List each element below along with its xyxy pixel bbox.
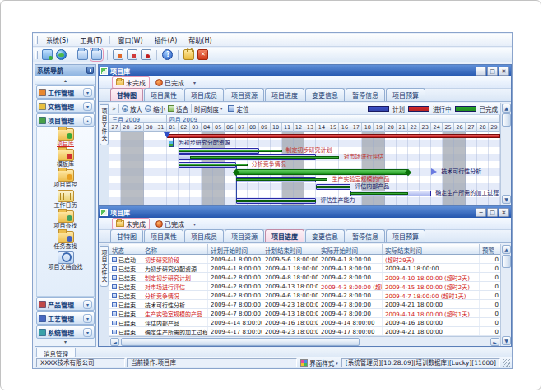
- scrollbar-thumb[interactable]: [121, 338, 360, 346]
- tab-甘特图[interactable]: 甘特图: [110, 88, 143, 101]
- sidebar-header[interactable]: 系统导航: [35, 65, 95, 76]
- menu-item-0[interactable]: 系统(S): [40, 34, 74, 46]
- group-toggle-icon[interactable]: ▾: [83, 300, 92, 309]
- scroll-left-icon[interactable]: ◄: [110, 338, 119, 346]
- gantt-task-bar[interactable]: [169, 141, 174, 147]
- column-header-名称[interactable]: 名称: [142, 244, 208, 254]
- tab-项目资源[interactable]: 项目资源: [225, 229, 264, 242]
- table-row[interactable]: 已结束对市场进行评估2009-4-2 8:00:002009-4-13 18:0…: [109, 282, 500, 291]
- sidebar-group-系统管理[interactable]: 系统管理▾: [36, 325, 95, 339]
- column-header-实际结束时间[interactable]: 实际结束时间: [383, 244, 480, 254]
- tab-项目成员[interactable]: 项目成员: [184, 229, 224, 242]
- sidebar-item-模板库[interactable]: 模板库: [37, 149, 94, 168]
- minimize-button[interactable]: ─: [476, 208, 486, 217]
- gantt-actual-bar[interactable]: [236, 200, 317, 202]
- report-new-icon[interactable]: [113, 49, 123, 60]
- sidebar-group-工作管理[interactable]: 工作管理▾: [36, 85, 95, 99]
- tab-项目属性[interactable]: 项目属性: [144, 229, 183, 242]
- table-row[interactable]: 已结束制定初步研究计划2009-4-2 8:00:002009-4-8 18:0…: [109, 273, 500, 282]
- sidebar-item-项目库[interactable]: 项目库: [37, 128, 94, 148]
- tab-暂停信息[interactable]: 暂停信息: [346, 88, 385, 101]
- menu-item-4[interactable]: 帮助(H): [183, 34, 217, 46]
- gantt-actual-bar[interactable]: [179, 150, 282, 152]
- scroll-up-icon[interactable]: ▲: [502, 104, 511, 113]
- gantt-vertical-scrollbar[interactable]: ▲ ▼: [500, 103, 511, 205]
- column-header-状态[interactable]: 状态: [109, 244, 142, 254]
- menu-item-3[interactable]: 插件(A): [149, 34, 183, 46]
- fit-button[interactable]: 适合: [168, 104, 188, 113]
- gantt-toolbar-chevron[interactable]: »: [112, 105, 116, 113]
- win-toolbar-overflow-button[interactable]: ▾: [193, 80, 196, 85]
- project-folder-side-tab[interactable]: 项目文件夹: [100, 246, 109, 287]
- column-header-预警[interactable]: 预警: [480, 244, 500, 254]
- report-delete-icon[interactable]: [141, 49, 151, 60]
- scroll-down-icon[interactable]: ▼: [502, 336, 511, 345]
- gantt-actual-bar[interactable]: [179, 164, 248, 166]
- lock-icon[interactable]: [183, 49, 194, 60]
- table-row[interactable]: 已结束生产实验室规模的产品2009-4-7 8:00:002009-4-13 1…: [109, 309, 500, 318]
- group-toggle-icon[interactable]: ▾: [83, 328, 92, 337]
- tab-暂停信息[interactable]: 暂停信息: [346, 229, 385, 242]
- sidebar-group-文档管理[interactable]: 文档管理▾: [36, 99, 95, 113]
- sidebar-item-工作日历[interactable]: 工作日历: [37, 190, 94, 210]
- pin-icon[interactable]: [86, 67, 94, 74]
- maximize-button[interactable]: □: [487, 208, 498, 217]
- timescale-button[interactable]: 时间刻度▾: [194, 104, 223, 113]
- scrollbar-thumb[interactable]: [502, 113, 511, 127]
- scroll-down-icon[interactable]: ▼: [502, 195, 511, 204]
- gantt-summary-bar[interactable]: [167, 134, 500, 138]
- tab-变更信息[interactable]: 变更信息: [305, 229, 345, 242]
- group-toggle-icon[interactable]: ▾: [83, 102, 92, 111]
- web-icon[interactable]: [56, 49, 67, 60]
- win-toolbar-overflow-button[interactable]: ▾: [193, 221, 196, 227]
- folder-open-icon[interactable]: [91, 49, 102, 60]
- table-row[interactable]: 已结束分析竞争情况2009-4-2 8:00:002009-4-6 18:00:…: [109, 291, 500, 300]
- column-header-计划结束时间[interactable]: 计划结束时间: [262, 244, 318, 254]
- zoom-in-button[interactable]: +放大: [122, 104, 142, 113]
- sidebar-item-项目查找[interactable]: 项目查找: [37, 210, 94, 230]
- tab-变更信息[interactable]: 变更信息: [305, 88, 345, 101]
- close-button[interactable]: ✕: [499, 208, 509, 217]
- unfinished-button[interactable]: 未完成: [112, 218, 150, 230]
- table-window-titlebar[interactable]: 项目库 ─ □ ✕: [99, 206, 511, 218]
- tab-项目属性[interactable]: 项目属性: [144, 88, 183, 101]
- group-toggle-icon[interactable]: ▴: [83, 116, 92, 125]
- sidebar-scroll-up-button[interactable]: ▴: [35, 76, 95, 85]
- sidebar-group-项目管理[interactable]: 项目管理▴: [36, 113, 95, 127]
- help-icon[interactable]: [162, 49, 173, 60]
- gantt-actual-bar[interactable]: [350, 192, 408, 195]
- tab-项目进度[interactable]: 项目进度: [265, 229, 304, 242]
- column-header-实际开始时间[interactable]: 实际开始时间: [318, 244, 383, 254]
- report-edit-icon[interactable]: [127, 49, 137, 60]
- sidebar-group-产品管理[interactable]: 产品管理▾: [36, 297, 95, 311]
- gantt-task-bar[interactable]: [236, 169, 409, 175]
- gantt-actual-bar[interactable]: [236, 178, 328, 181]
- table-row[interactable]: 已结束确定生产所需的加工过程2009-4-17 8:00:002009-4-23…: [109, 327, 500, 336]
- resize-grip[interactable]: [503, 359, 510, 367]
- column-header-计划开始时间[interactable]: 计划开始时间: [208, 244, 262, 254]
- tab-甘特图[interactable]: 甘特图: [110, 229, 143, 242]
- table-row[interactable]: 已结束技术可行性分析2009-4-7 8:00:002009-4-23 18:0…: [109, 300, 500, 309]
- maximize-button[interactable]: □: [487, 67, 498, 76]
- close-button[interactable]: ✕: [499, 67, 509, 76]
- interface-style-button[interactable]: 界面样式 ▾: [299, 358, 340, 367]
- table-row[interactable]: 已启动初步研究阶段2009-4-1 8:00:002009-5-6 18:00:…: [109, 255, 500, 264]
- tab-项目预算[interactable]: 项目预算: [386, 229, 425, 242]
- gantt-actual-bar[interactable]: [316, 186, 350, 188]
- gantt-window-titlebar[interactable]: 项目库 ─ □ ✕: [99, 65, 511, 76]
- tab-项目预算[interactable]: 项目预算: [386, 88, 425, 101]
- table-vertical-scrollbar[interactable]: ▲ ▼: [500, 244, 511, 346]
- locate-button[interactable]: 定位: [228, 104, 248, 113]
- tab-项目资源[interactable]: 项目资源: [225, 88, 264, 101]
- scroll-up-icon[interactable]: ▲: [502, 245, 511, 254]
- sidebar-item-项目文档查找[interactable]: 项目文档查找: [37, 251, 94, 271]
- folder-closed-icon[interactable]: [77, 49, 88, 60]
- table-row[interactable]: 已结束为初步研究分配资源2009-4-1 8:00:002009-4-1 18:…: [109, 264, 500, 273]
- menu-item-1[interactable]: 工具(T): [74, 34, 108, 46]
- window-check-icon[interactable]: [42, 49, 53, 60]
- minimize-button[interactable]: ─: [476, 67, 486, 76]
- sidebar-overflow-button[interactable]: ▾: [35, 339, 95, 346]
- sidebar-item-任务查找[interactable]: 任务查找: [37, 231, 94, 251]
- finished-button[interactable]: 已完成: [152, 219, 188, 229]
- unfinished-button[interactable]: 未完成: [112, 76, 150, 89]
